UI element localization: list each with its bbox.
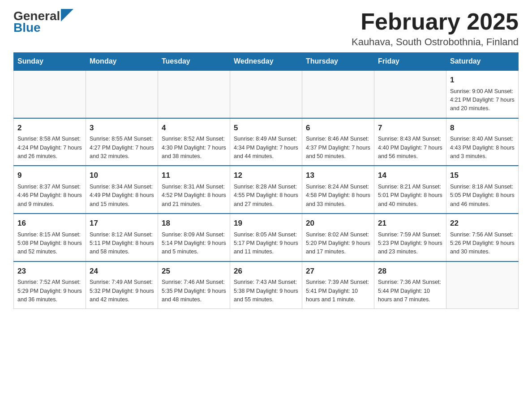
week-row-3: 9Sunrise: 8:37 AM Sunset: 4:46 PM Daylig…	[14, 166, 519, 214]
day-info: Sunrise: 8:52 AM Sunset: 4:30 PM Dayligh…	[162, 135, 226, 161]
logo-triangle-icon	[61, 9, 73, 21]
calendar-cell: 15Sunrise: 8:18 AM Sunset: 5:05 PM Dayli…	[446, 166, 519, 214]
day-info: Sunrise: 7:43 AM Sunset: 5:38 PM Dayligh…	[234, 278, 298, 304]
calendar-cell: 14Sunrise: 8:21 AM Sunset: 5:01 PM Dayli…	[374, 166, 446, 214]
day-info: Sunrise: 8:15 AM Sunset: 5:08 PM Dayligh…	[17, 231, 82, 257]
calendar-header-tuesday: Tuesday	[158, 53, 230, 71]
day-number: 24	[90, 265, 154, 277]
calendar-cell: 10Sunrise: 8:34 AM Sunset: 4:49 PM Dayli…	[86, 166, 158, 214]
day-number: 26	[234, 265, 298, 277]
day-info: Sunrise: 8:18 AM Sunset: 5:05 PM Dayligh…	[450, 183, 515, 209]
day-info: Sunrise: 7:56 AM Sunset: 5:26 PM Dayligh…	[450, 231, 515, 257]
day-info: Sunrise: 8:24 AM Sunset: 4:58 PM Dayligh…	[306, 183, 370, 209]
day-info: Sunrise: 8:49 AM Sunset: 4:34 PM Dayligh…	[234, 135, 298, 161]
calendar-cell: 19Sunrise: 8:05 AM Sunset: 5:17 PM Dayli…	[230, 214, 302, 261]
calendar-cell: 24Sunrise: 7:49 AM Sunset: 5:32 PM Dayli…	[86, 261, 158, 309]
day-number: 21	[378, 218, 442, 229]
day-info: Sunrise: 8:46 AM Sunset: 4:37 PM Dayligh…	[306, 135, 370, 161]
day-info: Sunrise: 8:58 AM Sunset: 4:24 PM Dayligh…	[17, 135, 82, 161]
calendar-cell: 13Sunrise: 8:24 AM Sunset: 4:58 PM Dayli…	[302, 166, 374, 214]
calendar-cell: 9Sunrise: 8:37 AM Sunset: 4:46 PM Daylig…	[14, 166, 86, 214]
calendar-cell: 25Sunrise: 7:46 AM Sunset: 5:35 PM Dayli…	[158, 261, 230, 309]
day-number: 6	[306, 122, 370, 134]
calendar-header-friday: Friday	[374, 53, 446, 71]
day-number: 20	[306, 218, 370, 229]
logo-blue-text: Blue	[13, 21, 41, 35]
day-number: 22	[450, 218, 515, 229]
calendar-cell: 11Sunrise: 8:31 AM Sunset: 4:52 PM Dayli…	[158, 166, 230, 214]
calendar-cell: 1Sunrise: 9:00 AM Sunset: 4:21 PM Daylig…	[446, 70, 519, 118]
calendar-cell: 17Sunrise: 8:12 AM Sunset: 5:11 PM Dayli…	[86, 214, 158, 261]
calendar-cell: 3Sunrise: 8:55 AM Sunset: 4:27 PM Daylig…	[86, 118, 158, 166]
day-info: Sunrise: 8:34 AM Sunset: 4:49 PM Dayligh…	[90, 183, 154, 209]
calendar-cell: 6Sunrise: 8:46 AM Sunset: 4:37 PM Daylig…	[302, 118, 374, 166]
day-info: Sunrise: 8:02 AM Sunset: 5:20 PM Dayligh…	[306, 231, 370, 257]
day-number: 28	[378, 265, 442, 277]
week-row-2: 2Sunrise: 8:58 AM Sunset: 4:24 PM Daylig…	[14, 118, 519, 166]
day-info: Sunrise: 8:43 AM Sunset: 4:40 PM Dayligh…	[378, 135, 442, 161]
calendar-cell: 20Sunrise: 8:02 AM Sunset: 5:20 PM Dayli…	[302, 214, 374, 261]
day-info: Sunrise: 8:09 AM Sunset: 5:14 PM Dayligh…	[162, 231, 226, 257]
day-info: Sunrise: 8:40 AM Sunset: 4:43 PM Dayligh…	[450, 135, 515, 161]
day-info: Sunrise: 8:05 AM Sunset: 5:17 PM Dayligh…	[234, 231, 298, 257]
day-number: 12	[234, 170, 298, 181]
day-number: 19	[234, 218, 298, 229]
day-number: 27	[306, 265, 370, 277]
week-row-4: 16Sunrise: 8:15 AM Sunset: 5:08 PM Dayli…	[14, 214, 519, 261]
calendar-cell: 21Sunrise: 7:59 AM Sunset: 5:23 PM Dayli…	[374, 214, 446, 261]
calendar-cell: 7Sunrise: 8:43 AM Sunset: 4:40 PM Daylig…	[374, 118, 446, 166]
calendar-cell	[302, 70, 374, 118]
day-info: Sunrise: 8:12 AM Sunset: 5:11 PM Dayligh…	[90, 231, 154, 257]
day-number: 5	[234, 122, 298, 134]
calendar-cell	[14, 70, 86, 118]
page-header: General Blue February 2025 Kauhava, Sout…	[13, 9, 519, 48]
week-row-1: 1Sunrise: 9:00 AM Sunset: 4:21 PM Daylig…	[14, 70, 519, 118]
day-number: 10	[90, 170, 154, 181]
calendar-cell: 23Sunrise: 7:52 AM Sunset: 5:29 PM Dayli…	[14, 261, 86, 309]
day-info: Sunrise: 7:36 AM Sunset: 5:44 PM Dayligh…	[378, 278, 442, 304]
day-info: Sunrise: 8:28 AM Sunset: 4:55 PM Dayligh…	[234, 183, 298, 209]
calendar-cell	[86, 70, 158, 118]
location-title: Kauhava, South Ostrobothnia, Finland	[352, 36, 519, 48]
day-number: 7	[378, 122, 442, 134]
day-info: Sunrise: 7:52 AM Sunset: 5:29 PM Dayligh…	[17, 278, 82, 304]
day-info: Sunrise: 8:31 AM Sunset: 4:52 PM Dayligh…	[162, 183, 226, 209]
day-info: Sunrise: 8:37 AM Sunset: 4:46 PM Dayligh…	[17, 183, 82, 209]
calendar-cell: 26Sunrise: 7:43 AM Sunset: 5:38 PM Dayli…	[230, 261, 302, 309]
day-info: Sunrise: 8:21 AM Sunset: 5:01 PM Dayligh…	[378, 183, 442, 209]
calendar-header-saturday: Saturday	[446, 53, 519, 71]
day-info: Sunrise: 7:59 AM Sunset: 5:23 PM Dayligh…	[378, 231, 442, 257]
day-number: 25	[162, 265, 226, 277]
calendar-header-wednesday: Wednesday	[230, 53, 302, 71]
month-title: February 2025	[352, 9, 519, 34]
day-number: 11	[162, 170, 226, 181]
calendar-header-sunday: Sunday	[14, 53, 86, 71]
day-number: 3	[90, 122, 154, 134]
day-info: Sunrise: 7:49 AM Sunset: 5:32 PM Dayligh…	[90, 278, 154, 304]
calendar-cell: 4Sunrise: 8:52 AM Sunset: 4:30 PM Daylig…	[158, 118, 230, 166]
day-number: 9	[17, 170, 82, 181]
day-number: 15	[450, 170, 515, 181]
day-number: 8	[450, 122, 515, 134]
calendar-cell: 28Sunrise: 7:36 AM Sunset: 5:44 PM Dayli…	[374, 261, 446, 309]
day-number: 13	[306, 170, 370, 181]
calendar-cell	[374, 70, 446, 118]
calendar-cell: 18Sunrise: 8:09 AM Sunset: 5:14 PM Dayli…	[158, 214, 230, 261]
day-number: 4	[162, 122, 226, 134]
calendar-cell	[230, 70, 302, 118]
calendar-table: SundayMondayTuesdayWednesdayThursdayFrid…	[13, 52, 519, 309]
calendar-cell: 5Sunrise: 8:49 AM Sunset: 4:34 PM Daylig…	[230, 118, 302, 166]
calendar-cell: 12Sunrise: 8:28 AM Sunset: 4:55 PM Dayli…	[230, 166, 302, 214]
week-row-5: 23Sunrise: 7:52 AM Sunset: 5:29 PM Dayli…	[14, 261, 519, 309]
day-info: Sunrise: 7:39 AM Sunset: 5:41 PM Dayligh…	[306, 278, 370, 304]
day-info: Sunrise: 7:46 AM Sunset: 5:35 PM Dayligh…	[162, 278, 226, 304]
day-number: 16	[17, 218, 82, 229]
calendar-cell: 27Sunrise: 7:39 AM Sunset: 5:41 PM Dayli…	[302, 261, 374, 309]
calendar-header-monday: Monday	[86, 53, 158, 71]
day-info: Sunrise: 8:55 AM Sunset: 4:27 PM Dayligh…	[90, 135, 154, 161]
title-section: February 2025 Kauhava, South Ostrobothni…	[352, 9, 519, 48]
day-number: 23	[17, 265, 82, 277]
day-info: Sunrise: 9:00 AM Sunset: 4:21 PM Dayligh…	[450, 87, 515, 113]
day-number: 1	[450, 74, 515, 86]
calendar-cell: 8Sunrise: 8:40 AM Sunset: 4:43 PM Daylig…	[446, 118, 519, 166]
